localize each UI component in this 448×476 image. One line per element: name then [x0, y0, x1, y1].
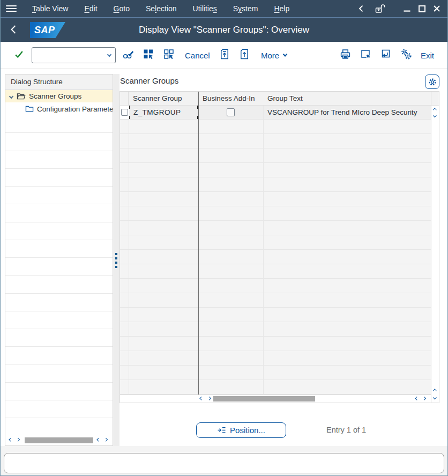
- empty-row: [120, 192, 439, 206]
- group-text-value: VSCANGROUP for Trend MIcro Deep Security: [267, 108, 417, 116]
- tree-node-configuration-parameters[interactable]: Configuration Paramete: [5, 102, 113, 115]
- business-add-in-cell: [198, 106, 263, 119]
- folder-closed-icon: [25, 105, 34, 113]
- scanner-group-value: Z_TMGROUP: [133, 108, 181, 116]
- print-icon[interactable]: [340, 49, 351, 62]
- scroll-right-icon[interactable]: [422, 397, 425, 400]
- panel-splitter[interactable]: [113, 74, 120, 446]
- menu-selection[interactable]: Selection: [138, 4, 185, 13]
- empty-row: [5, 329, 113, 347]
- new-session-icon[interactable]: [380, 49, 391, 62]
- page-top-icon[interactable]: [219, 49, 230, 62]
- empty-row: [5, 276, 113, 293]
- empty-row: [120, 380, 439, 395]
- empty-row: [5, 187, 113, 204]
- position-icon: [217, 426, 226, 434]
- unlock-icon[interactable]: [372, 0, 387, 17]
- column-header-scanner-group[interactable]: Scanner Group: [129, 92, 198, 105]
- menu-table-view[interactable]: Table View: [24, 4, 76, 13]
- folder-open-icon: [17, 92, 26, 100]
- scroll-up-icon[interactable]: [433, 108, 436, 111]
- scroll-left-icon[interactable]: [9, 438, 12, 441]
- exit-button[interactable]: Exit: [421, 51, 434, 60]
- column-header-business-add-in[interactable]: Business Add-In: [198, 92, 263, 105]
- more-button[interactable]: More: [261, 51, 287, 60]
- empty-row: [120, 308, 439, 322]
- empty-row: [120, 235, 439, 250]
- display-change-icon[interactable]: [123, 49, 134, 62]
- empty-row: [120, 134, 439, 148]
- cancel-button[interactable]: Cancel: [185, 51, 210, 60]
- table-horizontal-scrollbar: [120, 395, 431, 403]
- select-column-header[interactable]: [120, 92, 129, 105]
- scroll-right-icon[interactable]: [16, 438, 19, 441]
- scroll-down-icon[interactable]: [433, 114, 436, 117]
- empty-row: [120, 322, 439, 337]
- scroll-right-icon[interactable]: [207, 397, 211, 400]
- empty-row: [120, 221, 439, 235]
- sap-gui-window: Table ViewEditGotoSelectionUtilitiesSyst…: [0, 0, 448, 476]
- menu-help[interactable]: Help: [266, 4, 297, 13]
- scroll-down-icon[interactable]: [433, 396, 436, 399]
- empty-row: [5, 151, 113, 169]
- empty-row: [5, 258, 113, 276]
- column-divider-dark[interactable]: [198, 92, 199, 395]
- empty-row: [5, 115, 113, 133]
- menu-goto[interactable]: Goto: [106, 4, 138, 13]
- empty-row: [120, 293, 439, 308]
- toolbar: Cancel More: [1, 42, 447, 69]
- splitter-grip-icon[interactable]: [115, 253, 117, 268]
- scanner-group-cell[interactable]: Z_TMGROUP: [129, 106, 198, 119]
- deselect-all-icon[interactable]: [163, 49, 174, 62]
- group-text-cell[interactable]: VSCANGROUP for Trend MIcro Deep Security: [263, 106, 431, 119]
- empty-row: [120, 337, 439, 351]
- minimize-icon[interactable]: [399, 0, 414, 17]
- scroll-left-icon[interactable]: [415, 397, 419, 400]
- maximize-icon[interactable]: [414, 0, 429, 17]
- scroll-left-icon[interactable]: [200, 397, 203, 400]
- menu-utilities[interactable]: Utilities: [185, 4, 225, 13]
- table-header-row: Scanner Group Business Add-In Group Text: [120, 92, 439, 106]
- row-select-checkbox[interactable]: [121, 109, 128, 116]
- select-all-icon[interactable]: [143, 49, 154, 62]
- page-title: Display View "Scanner Groups": Overview: [1, 18, 447, 42]
- menu-system[interactable]: System: [225, 4, 266, 13]
- empty-row: [120, 206, 439, 221]
- focus-corner: [129, 116, 133, 119]
- empty-row: [120, 120, 439, 134]
- more-chevron-icon: [283, 52, 287, 56]
- business-add-in-checkbox[interactable]: [227, 108, 235, 116]
- hamburger-icon[interactable]: [6, 5, 17, 12]
- page-up-icon[interactable]: [239, 49, 250, 62]
- empty-row: [120, 279, 439, 293]
- empty-row: [5, 222, 113, 240]
- settings-gear-icon[interactable]: [425, 75, 439, 89]
- status-bar: [4, 453, 444, 473]
- close-icon[interactable]: [429, 0, 444, 17]
- scroll-right-icon[interactable]: [104, 438, 107, 441]
- column-header-group-text[interactable]: Group Text: [263, 92, 431, 105]
- row-select-cell: [120, 106, 129, 119]
- table-vertical-scrollbar: [431, 106, 439, 403]
- scrollbar-thumb[interactable]: [213, 396, 315, 401]
- menu-edit[interactable]: Edit: [76, 4, 105, 13]
- position-button[interactable]: Position...: [196, 422, 286, 438]
- tree-expanded-icon[interactable]: [9, 94, 13, 98]
- services-icon[interactable]: [400, 48, 412, 62]
- scroll-left-icon[interactable]: [97, 438, 100, 441]
- chevron-left-icon[interactable]: [353, 0, 368, 17]
- empty-row: [5, 347, 113, 365]
- menubar-window-controls: [353, 0, 447, 17]
- shortcut-icon[interactable]: [360, 49, 371, 62]
- column-divider: [263, 106, 264, 395]
- empty-row: [5, 169, 113, 187]
- scrollbar-thumb[interactable]: [25, 437, 93, 443]
- tree-node-scanner-groups[interactable]: Scanner Groups: [5, 90, 113, 102]
- tree-node-label: Configuration Paramete: [37, 105, 113, 113]
- ok-check-icon[interactable]: [14, 49, 24, 61]
- table-empty-area: [120, 120, 439, 395]
- empty-row: [120, 163, 439, 177]
- scroll-up-icon[interactable]: [433, 389, 436, 392]
- command-field[interactable]: [32, 47, 116, 63]
- empty-row: [5, 294, 113, 311]
